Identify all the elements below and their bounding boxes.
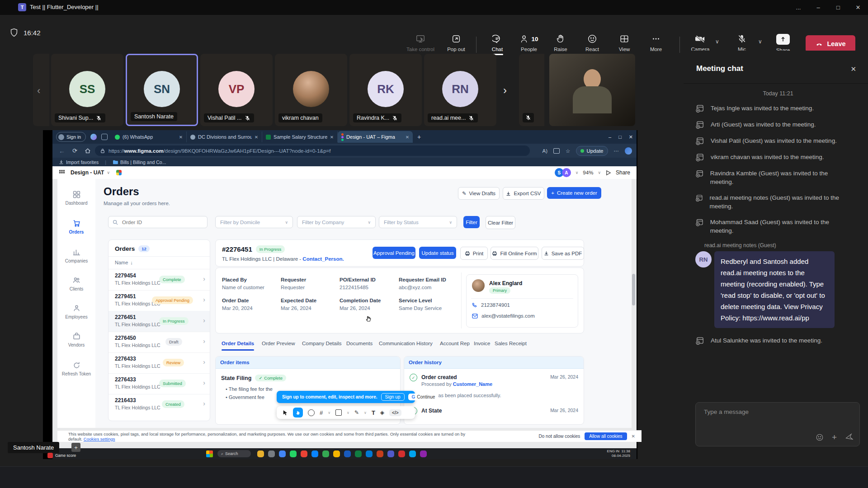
filter-company-dropdown[interactable]: Filter by Company∨ bbox=[297, 216, 376, 228]
shape-tool-icon[interactable] bbox=[335, 409, 342, 416]
emoji-icon[interactable] bbox=[816, 433, 824, 441]
favorite-star-icon[interactable]: ☆ bbox=[566, 148, 570, 154]
camera-button[interactable]: Camera bbox=[688, 34, 712, 52]
save-as-pdf-button[interactable]: Save as PDF bbox=[542, 247, 584, 260]
window-close-button[interactable]: ✕ bbox=[848, 0, 868, 15]
filter-apply-button[interactable]: Filter bbox=[463, 216, 480, 228]
order-row-selected[interactable]: 2276451TL Flex Holdings LLC In Progress› bbox=[108, 311, 210, 332]
contact-person-link[interactable]: Contact_Person. bbox=[302, 256, 344, 262]
tab-sales-receipt[interactable]: Sales Receipt bbox=[495, 341, 527, 346]
view-button[interactable]: View bbox=[609, 34, 640, 52]
app-icon[interactable] bbox=[377, 450, 383, 457]
sort-by-name[interactable]: Name↓ bbox=[115, 260, 133, 265]
chat-message-input[interactable] bbox=[703, 408, 849, 416]
video-tile-santosh-selected[interactable]: SN Santosh Narate bbox=[126, 54, 198, 126]
start-icon[interactable] bbox=[206, 450, 213, 457]
app-icon[interactable] bbox=[279, 450, 286, 457]
share-button[interactable]: Share bbox=[769, 34, 797, 53]
more-button[interactable]: More bbox=[640, 34, 672, 52]
sidebar-item-companies[interactable]: Companies bbox=[57, 249, 95, 263]
app-icon[interactable] bbox=[366, 450, 373, 457]
app-icon[interactable] bbox=[333, 450, 340, 457]
component-tool-icon[interactable]: ◈ bbox=[380, 409, 384, 416]
scroll-right-chevron[interactable]: › bbox=[503, 84, 507, 97]
export-csv-button[interactable]: Export CSV bbox=[503, 187, 544, 200]
video-tile-photo[interactable] bbox=[549, 54, 635, 126]
cookie-close-icon[interactable]: ✕ bbox=[632, 434, 635, 439]
url-bar[interactable]: https://www.figma.com/design/9BKQ0FOHRWa… bbox=[95, 145, 530, 156]
video-tile-ravindra[interactable]: RK Ravindra K... bbox=[349, 54, 422, 126]
chat-button[interactable]: Chat bbox=[481, 34, 513, 55]
workspaces-icon[interactable] bbox=[101, 134, 108, 140]
sign-up-button[interactable]: Sign up bbox=[381, 393, 405, 401]
figma-file-name[interactable]: Design - UAT bbox=[71, 169, 104, 176]
tab-close-icon[interactable]: ✕ bbox=[330, 135, 334, 140]
chevron-down-icon[interactable]: ∨ bbox=[364, 411, 367, 415]
order-row[interactable]: 2279454TL Flex Holdings LLC Complete› bbox=[108, 269, 210, 291]
app-icon[interactable] bbox=[344, 450, 351, 457]
tab-close-icon[interactable]: ✕ bbox=[406, 135, 409, 140]
raise-hand-button[interactable]: Raise bbox=[545, 34, 576, 52]
avatars-chevron[interactable]: ∨ bbox=[576, 170, 579, 175]
sidebar-item-dashboard[interactable]: Dashboard bbox=[57, 191, 95, 206]
allow-cookies-button[interactable]: Allow all cookies bbox=[585, 432, 627, 440]
leave-button[interactable]: Leave bbox=[806, 35, 855, 52]
print-button[interactable]: Print bbox=[460, 247, 488, 260]
app-icon[interactable] bbox=[409, 450, 416, 457]
tab-account-rep[interactable]: Account Rep bbox=[440, 341, 470, 346]
mic-options-chevron[interactable]: ∨ bbox=[758, 38, 762, 45]
clear-filter-button[interactable]: Clear Filter bbox=[486, 216, 515, 229]
order-row[interactable]: 2276433TL Flex Holdings LLC Review› bbox=[108, 352, 210, 374]
chat-input-box[interactable]: + bbox=[695, 402, 860, 446]
scroll-left-chevron[interactable]: ‹ bbox=[37, 85, 40, 97]
video-tile-vishal[interactable]: VP Vishal Patil ... bbox=[200, 54, 273, 126]
window-more-button[interactable]: ... bbox=[788, 0, 808, 15]
tab-order-preview[interactable]: Order Preview bbox=[262, 341, 295, 346]
tab-company-details[interactable]: Company Details bbox=[302, 341, 342, 346]
pen-tool-icon[interactable]: ✎ bbox=[354, 409, 359, 416]
sidebar-item-clients[interactable]: Clients bbox=[57, 277, 95, 291]
browser-minimize-icon[interactable]: – bbox=[609, 134, 611, 140]
dev-mode-toggle[interactable]: </> bbox=[389, 409, 401, 416]
browser-close-icon[interactable]: ✕ bbox=[629, 134, 633, 140]
split-screen-icon[interactable] bbox=[553, 148, 560, 154]
window-maximize-button[interactable]: □ bbox=[828, 0, 848, 15]
chevron-down-icon[interactable]: ∨ bbox=[347, 411, 349, 415]
camera-options-chevron[interactable]: ∨ bbox=[715, 38, 719, 45]
app-icon[interactable] bbox=[290, 450, 297, 457]
figma-menu-icon[interactable] bbox=[59, 169, 65, 176]
fill-online-form-button[interactable]: Fill Online Form bbox=[491, 247, 538, 260]
copilot-icon[interactable] bbox=[90, 134, 97, 140]
browser-menu-icon[interactable]: ⋯ bbox=[614, 148, 619, 154]
tab-order-details-active[interactable]: Order Details bbox=[222, 341, 254, 346]
view-drafts-button[interactable]: ✎View Drafts bbox=[458, 187, 500, 200]
tab-documents[interactable]: Documents bbox=[346, 341, 373, 346]
sidebar-item-orders-active[interactable]: Orders bbox=[57, 220, 95, 235]
app-icon[interactable] bbox=[311, 450, 318, 457]
move-cursor-tool-icon[interactable] bbox=[282, 410, 288, 416]
approval-pending-button[interactable]: Approval Pending bbox=[373, 247, 415, 259]
deny-cookies-button[interactable]: Do not allow cookies bbox=[539, 434, 580, 439]
zoom-chevron[interactable]: ∨ bbox=[598, 170, 601, 175]
pop-out-button[interactable]: Pop out bbox=[440, 34, 472, 52]
send-icon[interactable] bbox=[845, 433, 853, 441]
sidebar-item-refresh-token[interactable]: Refresh Token bbox=[57, 361, 95, 376]
video-tile-partial[interactable] bbox=[519, 54, 544, 126]
browser-tab-dc-divisions[interactable]: DC Divisions and Surroundings✕ bbox=[187, 131, 262, 142]
create-new-order-button[interactable]: +Create new order bbox=[547, 187, 601, 199]
ellipse-tool-icon[interactable] bbox=[308, 409, 315, 416]
people-button[interactable]: 10 People bbox=[513, 34, 545, 52]
edge-profile-icon[interactable] bbox=[625, 147, 632, 155]
update-status-button[interactable]: Update status bbox=[419, 247, 456, 259]
file-menu-chevron[interactable]: ∨ bbox=[107, 170, 110, 175]
app-icon[interactable] bbox=[387, 450, 394, 457]
update-button[interactable]: Update bbox=[576, 146, 608, 156]
order-row[interactable]: 2276450TL Flex Holdings LLC Draft› bbox=[108, 332, 210, 353]
tab-close-icon[interactable]: ✕ bbox=[255, 135, 258, 140]
figma-share-button[interactable]: Share bbox=[616, 169, 630, 176]
window-minimize-button[interactable]: – bbox=[808, 0, 828, 15]
filter-status-dropdown[interactable]: Filter by Status∨ bbox=[379, 216, 457, 228]
app-icon[interactable] bbox=[398, 450, 405, 457]
video-tile-shivani[interactable]: SS Shivani Sup... bbox=[51, 54, 123, 126]
browser-window-controls[interactable]: –□✕ bbox=[609, 134, 633, 140]
